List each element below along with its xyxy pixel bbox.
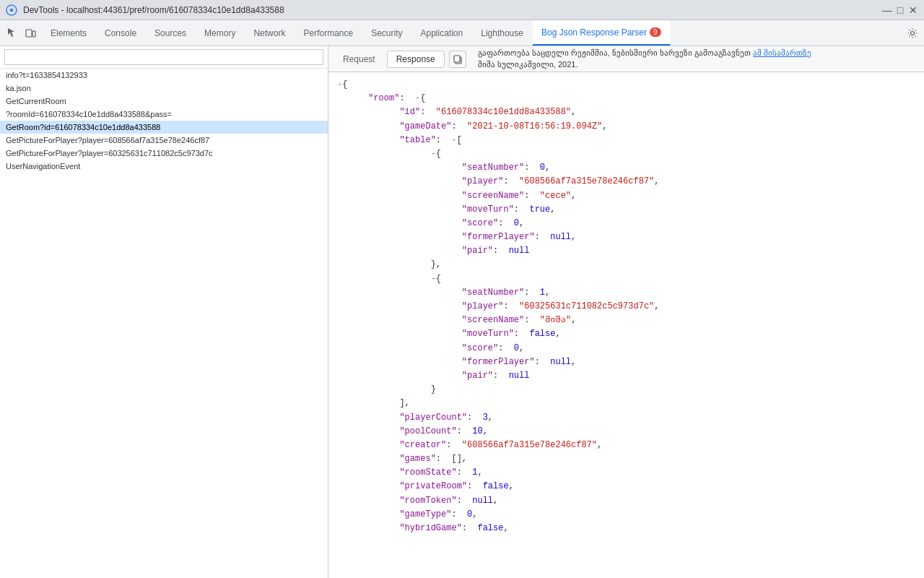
- minimize-button[interactable]: —: [882, 5, 892, 15]
- notice-line1: გაფართოება საცდელი რეჟიმშია, ნებისმიერი …: [478, 48, 751, 57]
- inspect-element-button[interactable]: [3, 25, 20, 42]
- toolbar-right: [904, 25, 921, 42]
- tab-application[interactable]: Application: [412, 20, 473, 46]
- request-item-selected[interactable]: GetRoom?id=616078334c10e1dd8a433588: [0, 121, 328, 134]
- window-controls: — □ ✕: [882, 5, 918, 15]
- tab-list: Elements Console Sources Memory Network …: [42, 20, 671, 46]
- maximize-button[interactable]: □: [895, 5, 905, 15]
- notice-line2: მიშა სულიკაშვილი, 2021.: [478, 60, 578, 69]
- settings-button[interactable]: [904, 25, 921, 42]
- request-item[interactable]: GetPictureForPlayer?player=60325631c7110…: [0, 147, 328, 160]
- collapse-toggle[interactable]: -: [431, 149, 436, 159]
- title-bar: DevTools - localhost:44361/pref/room/616…: [0, 0, 924, 20]
- main-area: info?t=1633854132933 ka.json GetCurrentR…: [0, 46, 924, 578]
- notice-text: გაფართოება საცდელი რეჟიმშია, ნებისმიერი …: [478, 48, 918, 70]
- tab-elements[interactable]: Elements: [42, 20, 96, 46]
- svg-point-3: [911, 31, 915, 35]
- json-viewer[interactable]: -{ "room": -{ "id": "616078334c10e1dd8a4…: [328, 72, 924, 578]
- right-panel: Request Response გაფართოება საცდელი რეჟი…: [328, 46, 924, 578]
- toolbar: Elements Console Sources Memory Network …: [0, 20, 924, 46]
- copy-icon: [453, 54, 463, 64]
- close-button[interactable]: ✕: [908, 5, 918, 15]
- device-toggle-button[interactable]: [22, 25, 39, 42]
- tab-response[interactable]: Response: [387, 51, 445, 68]
- window-title: DevTools - localhost:44361/pref/room/616…: [23, 5, 876, 15]
- inspect-icon: [6, 27, 17, 39]
- request-item[interactable]: info?t=1633854132933: [0, 69, 328, 82]
- collapse-toggle[interactable]: -: [451, 135, 456, 145]
- device-icon: [25, 27, 36, 39]
- tab-bog-json[interactable]: Bog Json Response Parser 9: [533, 20, 671, 46]
- copy-button[interactable]: [449, 51, 466, 68]
- request-list: info?t=1633854132933 ka.json GetCurrentR…: [0, 69, 328, 578]
- tab-sources[interactable]: Sources: [146, 20, 196, 46]
- tab-network[interactable]: Network: [245, 20, 295, 46]
- left-panel: info?t=1633854132933 ka.json GetCurrentR…: [0, 46, 328, 578]
- search-input[interactable]: [4, 49, 323, 65]
- tab-lighthouse[interactable]: Lighthouse: [472, 20, 533, 46]
- search-bar: [0, 46, 328, 69]
- gear-icon: [907, 27, 918, 39]
- notice-link[interactable]: ამ მისამართზე: [753, 48, 811, 57]
- svg-rect-2: [32, 31, 35, 37]
- tab-badge: 9: [650, 27, 661, 37]
- svg-rect-5: [454, 56, 460, 62]
- response-tabs-row: Request Response გაფართოება საცდელი რეჟი…: [328, 46, 924, 72]
- request-item[interactable]: ?roomId=616078334c10e1dd8a433588&pass=: [0, 108, 328, 121]
- tab-request[interactable]: Request: [334, 51, 384, 67]
- collapse-toggle[interactable]: -: [431, 274, 436, 284]
- request-item[interactable]: UserNavigationEvent: [0, 160, 328, 173]
- tab-memory[interactable]: Memory: [196, 20, 245, 46]
- tab-console[interactable]: Console: [96, 20, 146, 46]
- toolbar-left: [3, 25, 39, 42]
- tab-performance[interactable]: Performance: [295, 20, 362, 46]
- tab-security[interactable]: Security: [362, 20, 411, 46]
- svg-rect-1: [26, 30, 32, 37]
- devtools-icon: [6, 4, 17, 16]
- request-item[interactable]: ka.json: [0, 82, 328, 95]
- request-item[interactable]: GetCurrentRoom: [0, 95, 328, 108]
- request-item[interactable]: GetPictureForPlayer?player=608566af7a315…: [0, 134, 328, 147]
